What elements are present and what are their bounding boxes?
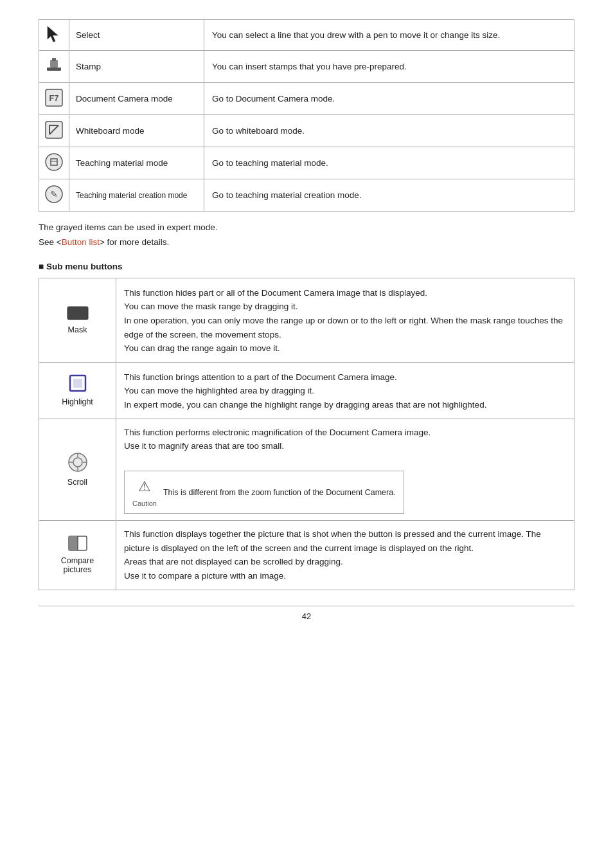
notes-section: The grayed items can be used in expert m…	[39, 221, 574, 250]
svg-rect-12	[67, 307, 88, 320]
table-row: Select You can select a line that you dr…	[39, 20, 574, 51]
table-row: ✎ Teaching material creation mode Go to …	[39, 179, 574, 212]
compare-row: Compare pictures This function displays …	[39, 521, 574, 590]
scroll-desc: This function performs electronic magnif…	[116, 419, 574, 521]
svg-text:✎: ✎	[50, 189, 58, 199]
doc-camera-icon-cell: F7	[39, 83, 69, 115]
teaching-label: Teaching material mode	[69, 147, 204, 179]
main-feature-table: Select You can select a line that you dr…	[39, 19, 574, 212]
teaching-icon	[44, 152, 64, 172]
highlight-desc: This function brings attention to a part…	[116, 362, 574, 419]
compare-desc: This function displays together the pict…	[116, 521, 574, 590]
doc-camera-desc: Go to Document Camera mode.	[204, 83, 574, 115]
caution-triangle-icon: ⚠	[138, 475, 151, 498]
caution-box: ⚠ Caution This is different from the zoo…	[124, 471, 404, 514]
svg-rect-14	[73, 379, 82, 388]
whiteboard-desc: Go to whiteboard mode.	[204, 115, 574, 147]
teaching-creation-desc: Go to teaching material creation mode.	[204, 179, 574, 212]
mask-row: Mask This function hides part or all of …	[39, 278, 574, 362]
select-label: Select	[69, 20, 204, 51]
table-row: Whiteboard mode Go to whiteboard mode.	[39, 115, 574, 147]
teaching-icon-cell	[39, 147, 69, 179]
svg-text:F7: F7	[49, 93, 58, 103]
highlight-row: Highlight This function brings attention…	[39, 362, 574, 419]
select-icon-cell	[39, 20, 69, 51]
notes-post: > for more details.	[100, 237, 169, 247]
svg-rect-1	[47, 68, 61, 71]
compare-icon-wrap: Compare pictures	[47, 536, 108, 574]
scroll-icon-cell: Scroll	[39, 419, 116, 521]
mask-icon-cell: Mask	[39, 278, 116, 362]
stamp-icon-cell	[39, 51, 69, 83]
mask-icon	[67, 306, 89, 320]
highlight-label: Highlight	[62, 397, 93, 406]
mask-label: Mask	[68, 325, 87, 334]
highlight-icon	[69, 374, 87, 392]
whiteboard-icon-cell	[39, 115, 69, 147]
teaching-creation-label: Teaching material creation mode	[69, 179, 204, 212]
mask-desc: This function hides part or all of the D…	[116, 278, 574, 362]
teaching-creation-icon: ✎	[44, 185, 64, 204]
sub-menu-table: Mask This function hides part or all of …	[39, 278, 574, 590]
teaching-creation-icon-cell: ✎	[39, 179, 69, 212]
mask-icon-wrap: Mask	[47, 306, 108, 334]
notes-line1: The grayed items can be used in expert m…	[39, 221, 574, 235]
scroll-label: Scroll	[67, 478, 87, 487]
compare-icon-cell: Compare pictures	[39, 521, 116, 590]
stamp-label: Stamp	[69, 51, 204, 83]
caution-label: Caution	[132, 498, 157, 510]
compare-label: Compare pictures	[47, 556, 108, 574]
svg-point-8	[46, 154, 62, 170]
svg-rect-3	[52, 58, 56, 61]
svg-marker-0	[48, 26, 58, 42]
stamp-desc: You can insert stamps that you have pre-…	[204, 51, 574, 83]
compare-icon	[68, 536, 87, 551]
teaching-desc: Go to teaching material mode.	[204, 147, 574, 179]
notes-line2: See <Button list> for more details.	[39, 235, 574, 250]
whiteboard-label: Whiteboard mode	[69, 115, 204, 147]
button-list-link[interactable]: Button list	[62, 237, 100, 247]
select-icon	[45, 25, 63, 43]
caution-text: This is different from the zoom function…	[163, 486, 396, 499]
sub-menu-heading: ■ Sub menu buttons	[39, 262, 574, 271]
svg-rect-22	[69, 536, 78, 550]
page-num-value: 42	[302, 611, 311, 621]
caution-icon-group: ⚠ Caution	[132, 475, 157, 509]
table-row: F7 Document Camera mode Go to Document C…	[39, 83, 574, 115]
highlight-icon-wrap: Highlight	[47, 374, 108, 406]
scroll-icon	[67, 452, 88, 473]
doc-camera-icon: F7	[44, 88, 64, 107]
table-row: Stamp You can insert stamps that you hav…	[39, 51, 574, 83]
doc-camera-label: Document Camera mode	[69, 83, 204, 115]
scroll-icon-wrap: Scroll	[47, 452, 108, 487]
page-number: 42	[39, 606, 574, 621]
stamp-icon	[44, 56, 64, 75]
whiteboard-icon	[44, 120, 64, 140]
table-row: Teaching material mode Go to teaching ma…	[39, 147, 574, 179]
scroll-row: Scroll This function performs electronic…	[39, 419, 574, 521]
notes-pre: See <	[39, 237, 62, 247]
select-desc: You can select a line that you drew with…	[204, 20, 574, 51]
highlight-icon-cell: Highlight	[39, 362, 116, 419]
